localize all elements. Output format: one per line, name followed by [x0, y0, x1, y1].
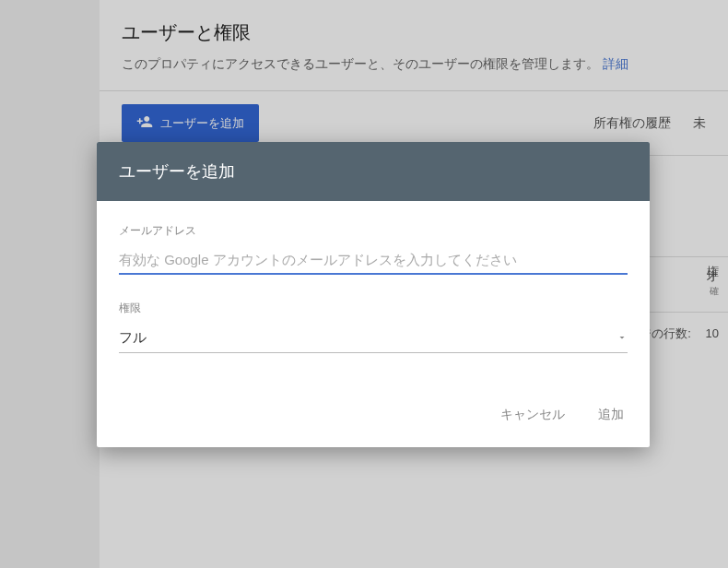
permission-select[interactable]: フル	[119, 324, 628, 353]
cancel-button[interactable]: キャンセル	[497, 401, 569, 429]
dialog-actions: キャンセル 追加	[97, 386, 650, 447]
dialog-body: メールアドレス 権限 フル	[97, 201, 650, 386]
permission-value: フル	[119, 329, 147, 347]
email-input[interactable]	[119, 246, 628, 275]
permission-field-group: 権限 フル	[119, 301, 628, 353]
permission-label: 権限	[119, 301, 628, 316]
add-button[interactable]: 追加	[594, 401, 628, 429]
email-field-group: メールアドレス	[119, 223, 628, 275]
add-user-dialog: ユーザーを追加 メールアドレス 権限 フル キャンセル 追加	[97, 142, 650, 447]
dialog-title: ユーザーを追加	[97, 142, 650, 201]
email-label: メールアドレス	[119, 223, 628, 239]
chevron-down-icon	[616, 330, 628, 347]
